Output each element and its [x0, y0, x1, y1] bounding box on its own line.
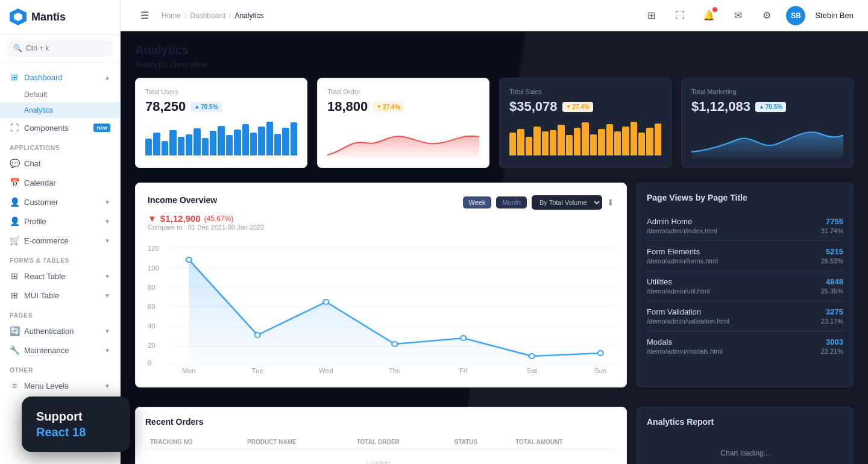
maintenance-icon: 🔧 [10, 345, 19, 355]
sidebar-sub-default[interactable]: Default [0, 87, 120, 102]
svg-text:80: 80 [148, 284, 156, 291]
volume-select[interactable]: By Total Volume [532, 195, 602, 210]
breadcrumb-home[interactable]: Home [162, 11, 181, 20]
svg-text:Sun: Sun [594, 368, 606, 374]
trend-up-icon-2: ▲ [759, 104, 764, 110]
week-button[interactable]: Week [463, 196, 492, 208]
sidebar-item-react-table[interactable]: ⊞ React Table ▼ [0, 266, 120, 286]
forms-group-label: Forms & Tables [0, 250, 120, 266]
customer-icon: 👤 [10, 197, 19, 207]
page-pct: 22.21% [821, 348, 843, 355]
messages-button[interactable]: ✉ [728, 6, 747, 25]
sidebar-item-menu-levels[interactable]: ≡ Menu Levels ▼ [0, 376, 120, 395]
svg-text:Fri: Fri [459, 368, 467, 374]
sidebar-item-maintenance[interactable]: 🔧 Maintenance ▼ [0, 340, 120, 360]
stat-badge-sales: ▼ 27.4% [562, 102, 593, 112]
sidebar-item-dashboard[interactable]: ⊞ Dashboard ▲ [0, 67, 120, 87]
stat-value-orders: 18,800 [327, 99, 368, 114]
table-row: Loading... [145, 450, 617, 465]
svg-text:Sat: Sat [527, 368, 537, 374]
sidebar-item-calendar[interactable]: 📅 Calendar [0, 173, 120, 192]
sidebar-logo[interactable]: Mantis [0, 0, 120, 34]
bar-chart-sales [509, 122, 661, 155]
page-count: 4848 [821, 277, 843, 286]
analytics-report-card: Analytics Report Chart loading... [637, 407, 854, 464]
support-line2: React 18 [36, 424, 116, 440]
stat-label-sales: Total Sales [509, 88, 661, 95]
page-count: 5215 [821, 247, 843, 256]
stat-badge-users: ▲ 70.5% [190, 102, 221, 112]
pageview-item: Utilities /demo/admin/util.html 4848 25.… [647, 271, 843, 301]
menu-toggle-button[interactable]: ☰ [135, 6, 154, 25]
orders-title: Recent Orders [145, 417, 617, 427]
chat-icon: 💬 [10, 158, 19, 168]
mui-table-icon: ⊞ [10, 290, 19, 300]
breadcrumb-dashboard[interactable]: Dashboard [190, 11, 225, 20]
page-title: Analytics [135, 43, 854, 57]
sidebar-item-components[interactable]: ⛶ Components new [0, 118, 120, 137]
sidebar-item-authentication[interactable]: 🔄 Authentication ▼ [0, 321, 120, 340]
chevron-down-icon-4: ▼ [104, 273, 110, 280]
new-badge: new [93, 124, 110, 132]
pages-group-label: Pages [0, 305, 120, 321]
page-count: 3003 [821, 337, 843, 346]
svg-text:Tue: Tue [252, 368, 263, 374]
notifications-button[interactable]: 🔔 [699, 6, 719, 25]
stat-label-orders: Total Order [327, 88, 479, 95]
pageview-item: Form Elements /demo/admin/forms.html 521… [647, 241, 843, 271]
settings-button[interactable]: ⚙ [757, 6, 776, 25]
other-group-label: Other [0, 360, 120, 376]
trend-down-icon-2: ▼ [566, 104, 571, 110]
area-chart-marketing [691, 122, 843, 158]
sidebar-item-customer[interactable]: 👤 Customer ▼ [0, 192, 120, 212]
chevron-down-icon-6: ▼ [104, 328, 110, 334]
sidebar-item-mui-table[interactable]: ⊞ MUI Table ▼ [0, 286, 120, 305]
dashboard-icon: ⊞ [10, 72, 19, 82]
col-product: Product Name [242, 435, 352, 450]
pageviews-card: Page Views by Page Title Admin Home /dem… [637, 183, 854, 387]
svg-point-27 [529, 354, 535, 359]
page-name: Form Validation [647, 307, 729, 316]
fullscreen-button[interactable]: ⛶ [670, 6, 690, 25]
trend-down-icon: ▼ [376, 104, 382, 110]
svg-text:0: 0 [148, 360, 151, 366]
logo-icon [10, 8, 27, 25]
page-url: /demo/admin/util.html [647, 287, 710, 295]
svg-point-23 [255, 333, 260, 337]
user-name: Stebin Ben [815, 11, 854, 20]
sidebar-item-ecommerce[interactable]: 🛒 E-commerce ▼ [0, 231, 120, 250]
svg-point-24 [323, 299, 329, 304]
svg-text:120: 120 [148, 245, 159, 252]
page-url: /demo/admin/forms.html [647, 257, 718, 265]
sidebar-item-chat[interactable]: 💬 Chat [0, 154, 120, 173]
sidebar-sub-analytics[interactable]: Analytics [0, 102, 120, 118]
chevron-up-icon: ▲ [104, 74, 110, 81]
page-pct: 28.53% [821, 257, 843, 265]
download-icon[interactable]: ⬇ [607, 198, 614, 207]
support-popup[interactable]: Support React 18 [22, 397, 130, 452]
page-pct: 31.74% [821, 227, 843, 234]
analytic-overview-title: Analytic Overview [135, 60, 854, 69]
menu-icon: ≡ [10, 381, 19, 390]
stats-row: Total Users 78,250 ▲ 70.5% Total Order 1… [135, 78, 854, 168]
sidebar-item-profile[interactable]: 👤 Profile ▼ [0, 212, 120, 231]
chevron-down-icon: ▼ [104, 199, 110, 205]
svg-point-22 [186, 257, 192, 262]
stat-label-marketing: Total Marketing [691, 88, 843, 95]
month-button[interactable]: Month [496, 196, 527, 208]
two-col-layout: Income Overview ▼ $1,12,900 (45.67%) Com… [135, 183, 854, 387]
stat-value-sales: $35,078 [509, 99, 558, 114]
income-compare: Compare to : 01 Dec 2021-08 Jan 2022 [148, 224, 264, 231]
notification-badge [712, 7, 717, 12]
svg-text:40: 40 [148, 323, 156, 330]
page-count: 7755 [821, 217, 843, 226]
svg-point-26 [461, 336, 466, 340]
search-input[interactable] [26, 44, 107, 52]
search-icon: 🔍 [13, 44, 22, 52]
calendar-icon: 📅 [10, 178, 19, 187]
stat-card-sales: Total Sales $35,078 ▼ 27.4% [499, 78, 671, 168]
apps-button[interactable]: ⊞ [641, 6, 661, 25]
avatar: SB [786, 6, 805, 25]
stat-card-marketing: Total Marketing $1,12,083 ▲ 70.5% [681, 78, 854, 168]
col-total-amount: Total Amount [511, 435, 617, 450]
